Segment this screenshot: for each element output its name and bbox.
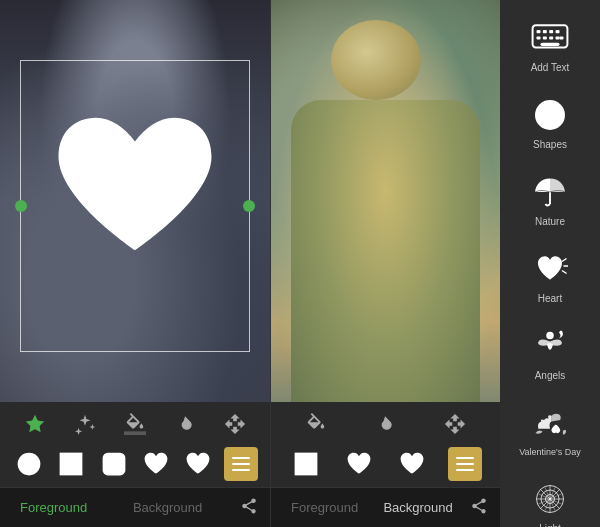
menu-lines <box>232 457 250 471</box>
left-toolbar <box>0 402 270 487</box>
move-tool-icon[interactable] <box>221 410 249 438</box>
left-canvas <box>0 0 270 402</box>
square-shape-btn-right[interactable] <box>289 447 323 481</box>
light-icon <box>528 477 572 521</box>
foreground-tab-left[interactable]: Foreground <box>12 496 95 519</box>
shapes-menu-btn-right[interactable] <box>448 447 482 481</box>
foreground-tab-right[interactable]: Foreground <box>283 496 366 519</box>
sidebar-label-add-text: Add Text <box>531 62 570 73</box>
svg-rect-11 <box>549 36 553 39</box>
drop-tool-icon[interactable] <box>171 410 199 438</box>
sheep-head <box>331 20 421 100</box>
share-btn-right[interactable] <box>470 497 488 519</box>
sidebar-label-heart: Heart <box>538 293 562 304</box>
star-tool-icon[interactable] <box>21 410 49 438</box>
tool-icons-row <box>0 402 270 442</box>
menu-line-3 <box>232 469 250 471</box>
sidebar-label-shapes: Shapes <box>533 139 567 150</box>
svg-rect-1 <box>60 453 83 476</box>
sheep-body <box>291 100 480 402</box>
svg-rect-12 <box>556 36 560 39</box>
svg-rect-8 <box>556 30 560 33</box>
right-toolbar <box>271 402 500 487</box>
svg-point-0 <box>18 453 41 476</box>
svg-point-15 <box>535 100 565 130</box>
heart-filled-shape-btn-right[interactable] <box>395 447 429 481</box>
heart-outline-shape-btn-right[interactable] <box>342 447 376 481</box>
svg-rect-3 <box>294 453 317 476</box>
svg-rect-2 <box>102 453 125 476</box>
nature-icon <box>528 170 572 214</box>
heart-icon <box>528 247 572 291</box>
right-tab-row: Foreground Background <box>271 487 500 527</box>
background-tab-right[interactable]: Background <box>375 496 460 519</box>
stickers-sidebar: Add Text Shapes Nature <box>500 0 600 527</box>
tool-icons-row-right <box>271 402 500 442</box>
sidebar-item-light[interactable]: Light <box>500 469 600 527</box>
sparkle-tool-icon[interactable] <box>71 410 99 438</box>
sidebar-label-light: Light <box>539 523 561 527</box>
background-tab-left[interactable]: Background <box>125 496 210 519</box>
menu-line-r1 <box>456 457 474 459</box>
fill-tool-icon-right[interactable] <box>302 410 330 438</box>
sidebar-label-angels: Angels <box>535 370 566 381</box>
shapes-menu-btn[interactable] <box>224 447 258 481</box>
share-btn-left[interactable] <box>240 497 258 519</box>
circle-shape-btn[interactable] <box>12 447 46 481</box>
keyboard-icon <box>528 16 572 60</box>
heart-overlay <box>50 111 220 275</box>
sidebar-item-angels[interactable]: Angels <box>500 316 600 389</box>
svg-rect-13 <box>560 36 564 39</box>
heart-outline-shape-btn[interactable] <box>139 447 173 481</box>
svg-rect-10 <box>543 36 547 39</box>
menu-line-1 <box>232 457 250 459</box>
right-handle[interactable] <box>243 200 255 212</box>
right-canvas <box>271 0 500 402</box>
square-shape-btn[interactable] <box>54 447 88 481</box>
sidebar-item-heart[interactable]: Heart <box>500 239 600 312</box>
rounded-square-shape-btn[interactable] <box>97 447 131 481</box>
sidebar-item-add-text[interactable]: Add Text <box>500 8 600 81</box>
sidebar-label-nature: Nature <box>535 216 565 227</box>
shape-selector-row-right <box>271 442 500 486</box>
right-editor-panel: Foreground Background <box>270 0 500 527</box>
angels-icon <box>528 324 572 368</box>
svg-rect-9 <box>537 36 541 39</box>
menu-line-r2 <box>456 463 474 465</box>
sidebar-item-valentines[interactable]: Valentine's Day <box>500 393 600 465</box>
fill-tool-icon[interactable] <box>121 410 149 438</box>
valentines-icon <box>528 401 572 445</box>
svg-line-19 <box>562 271 567 274</box>
svg-rect-6 <box>543 30 547 33</box>
left-tab-row: Foreground Background <box>0 487 270 527</box>
sidebar-item-shapes[interactable]: Shapes <box>500 85 600 158</box>
drop-tool-icon-right[interactable] <box>371 410 399 438</box>
menu-line-2 <box>232 463 250 465</box>
move-tool-icon-right[interactable] <box>441 410 469 438</box>
sidebar-label-valentines: Valentine's Day <box>519 447 581 457</box>
svg-rect-14 <box>541 43 560 46</box>
svg-line-17 <box>562 259 567 262</box>
svg-rect-5 <box>537 30 541 33</box>
menu-lines-right <box>456 457 474 471</box>
menu-line-r3 <box>456 469 474 471</box>
left-editor-panel: Foreground Background <box>0 0 270 527</box>
shape-selector-row-left <box>0 442 270 486</box>
heart-filled-shape-btn[interactable] <box>181 447 215 481</box>
svg-point-20 <box>546 332 554 340</box>
svg-rect-7 <box>549 30 553 33</box>
sidebar-item-nature[interactable]: Nature <box>500 162 600 235</box>
left-handle[interactable] <box>15 200 27 212</box>
shapes-icon <box>528 93 572 137</box>
